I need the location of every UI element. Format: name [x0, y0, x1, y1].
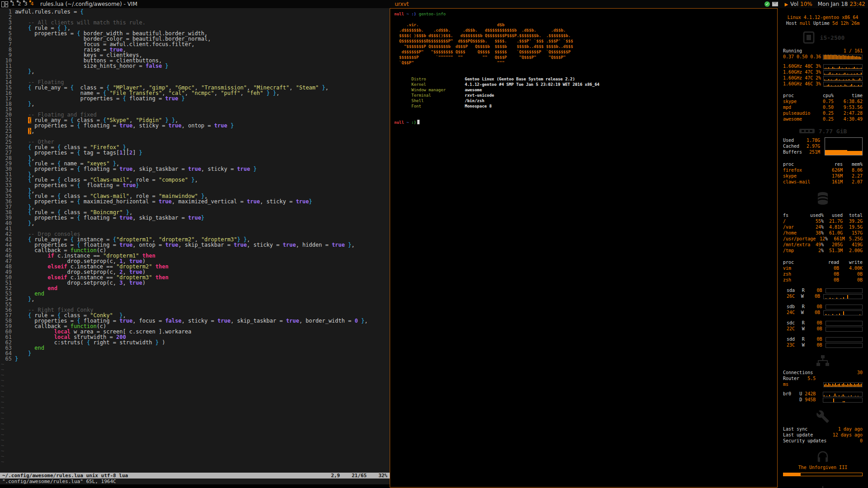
vim-statusline: ~/.config/awesome/rules.lua unix utf-8 l…: [0, 473, 390, 479]
system-info-row: Shell/bin/zsh: [394, 98, 777, 103]
tag-1[interactable]: 1: [10, 0, 16, 8]
tag-3[interactable]: 3: [23, 0, 29, 8]
code-line: 52 end: [0, 286, 390, 291]
process-io-table: procreadwritevim0B4.00Kzsh0B0Bzsh0B0B: [783, 259, 863, 283]
tag-4[interactable]: 4: [29, 0, 35, 8]
code-line: 24: [0, 134, 390, 139]
running-row: Running1 / 161: [783, 48, 863, 54]
layout-icon[interactable]: [1, 1, 8, 7]
vim-statusline-file: ~/.config/awesome/rules.lua unix utf-8 l…: [2, 473, 128, 479]
empty-line-tilde: ~: [0, 367, 390, 372]
disk-write-graph: [826, 327, 863, 332]
clock-date: Mon Jan 18: [818, 1, 848, 7]
router-row: Router 5.5 ms: [783, 375, 863, 387]
memory-icon-row: 7.77 GiB: [783, 127, 863, 135]
net-down-row: br0 D 945B: [783, 397, 863, 403]
disk-read-graph: [826, 337, 863, 342]
table-row: /mnt/extra49%205G419G: [783, 242, 863, 248]
terminal-window[interactable]: null ~ :) gentoo-info .vir. d$b .d$$$$$$…: [390, 8, 778, 488]
code-line: 17 properties = { floating = true }: [0, 96, 390, 101]
last-update-row: Last update12 days ago: [783, 432, 863, 438]
code-line: 62 c:struts( { right = strutwidth } ): [0, 340, 390, 345]
system-tray: ✓: [764, 1, 778, 7]
shell-prompt: null ~ :) gentoo-info: [394, 11, 777, 17]
shell-prompt-2: null ~ :): [394, 120, 777, 125]
net-download-graph: [823, 398, 863, 403]
table-row: pulseaudio0.252:47.28: [783, 110, 863, 116]
ram-icon: [799, 127, 815, 135]
empty-line-tilde: ~: [0, 394, 390, 399]
code-line: 39 properties = { floating = true, skip_…: [0, 215, 390, 221]
empty-line-tilde: ~: [0, 372, 390, 378]
code-line: 33 properties = { floating = true}: [0, 183, 390, 188]
table-row: /55%21.7G39.2G: [783, 218, 863, 224]
disk-icon-row: [783, 191, 863, 206]
code-line: 40 },: [0, 221, 390, 226]
conky-panel: Linux 4.1.12-gentoo x86_64 Host null Upt…: [778, 8, 868, 488]
code-line: 36 properties = { maximized_horizontal =…: [0, 199, 390, 204]
system-info-row: FontMonospace 8: [394, 103, 777, 109]
clock-time: 23:42: [849, 1, 865, 7]
empty-line-tilde: ~: [0, 454, 390, 459]
code-line: 30 properties = { floating = true, skip_…: [0, 166, 390, 172]
headphones-icon: [815, 450, 830, 464]
security-updates-row: Security updates0: [783, 438, 863, 444]
net-upload-graph: [823, 392, 863, 397]
load-graph: [823, 55, 863, 60]
empty-line-tilde: ~: [0, 459, 390, 465]
disk-icon: [816, 191, 830, 206]
empty-line-tilde: ~: [0, 410, 390, 416]
tag-2[interactable]: 2: [16, 0, 23, 8]
empty-line-tilde: ~: [0, 437, 390, 443]
system-info: DistroGentoo Linux (Gentoo Base System r…: [394, 76, 777, 109]
code-line: 22 properties = { floating = true, stick…: [0, 123, 390, 128]
disk-activity-section: sdaR0B 26CW0B sdbR0B 24CW0B sdcR0B 22CW0…: [783, 287, 863, 348]
cpu-core-graph: [823, 76, 863, 81]
connections-row: Connections30: [783, 370, 863, 375]
table-row: skype176M2.27: [783, 173, 863, 179]
empty-line-tilde: ~: [0, 432, 390, 437]
router-ping-graph: [823, 382, 863, 387]
table-row: /usr/portage12%661M5.25G: [783, 236, 863, 242]
cpu-icon: [801, 31, 816, 44]
table-row: firefox626M8.06: [783, 167, 863, 173]
mpd-play-icon: ▶: [784, 2, 788, 7]
cpu-model: i5-2500: [820, 35, 845, 41]
process-cpu-table: proccpu%timeskype0.756:38.62mpd0.509:53.…: [783, 93, 863, 122]
code-line: 27 properties = { tag = tags[1][2] }: [0, 150, 390, 155]
disk-read-graph: [826, 321, 863, 326]
system-info-row: Kernel4.1.12-gentoo #4 SMP Tue Jan 5 23:…: [394, 82, 777, 87]
code-line: 65}: [0, 356, 390, 361]
code-line: 63 end: [0, 345, 390, 351]
mail-icon[interactable]: [772, 2, 778, 6]
network-icon-row: [783, 354, 863, 368]
gentoo-ascii-logo: .vir. d$b .d$$$$$$b. .cd$$b. .d$$b. d$$$…: [394, 22, 777, 66]
network-icon: [815, 354, 830, 368]
empty-line-tilde: ~: [0, 405, 390, 410]
code-line: 1awful.rules.rules = {: [0, 9, 390, 14]
terminal-window-title: urxvt: [395, 1, 409, 7]
vim-message-line: ".config/awesome/rules.lua" 65L, 1964C: [0, 479, 390, 484]
music-track: The Unforgiven III: [783, 465, 863, 470]
disk-read-graph: [826, 305, 863, 310]
top-bar-left: 1234 rules.lua (~/.config/awesome) - VIM: [0, 0, 390, 8]
code-line: 18 },: [0, 101, 390, 107]
table-row: mpd0.509:53.56: [783, 104, 863, 110]
empty-line-tilde: ~: [0, 378, 390, 383]
vim-window[interactable]: 1awful.rules.rules = {23 -- All clients …: [0, 8, 390, 484]
memory-graph: [825, 137, 863, 155]
code-line: 23 },: [0, 128, 390, 134]
table-row: /tmp2%51.3M2.00G: [783, 248, 863, 253]
code-line: 12 },: [0, 69, 390, 74]
sync-ok-icon[interactable]: ✓: [764, 1, 770, 7]
code-line: 64 }: [0, 351, 390, 356]
window-title: rules.lua (~/.config/awesome) - VIM: [40, 1, 137, 7]
empty-line-tilde: ~: [0, 448, 390, 454]
vim-buffer[interactable]: 1awful.rules.rules = {23 -- All clients …: [0, 9, 390, 465]
shell-command: gentoo-info: [419, 12, 446, 16]
filesystem-table: fsused%usedtotal/55%21.7G39.2G/var24%4.8…: [783, 212, 863, 253]
table-row: zsh0B0B: [783, 271, 863, 277]
music-progress-bar: [783, 473, 863, 476]
code-line: 53 end: [0, 291, 390, 296]
empty-line-tilde: ~: [0, 361, 390, 367]
